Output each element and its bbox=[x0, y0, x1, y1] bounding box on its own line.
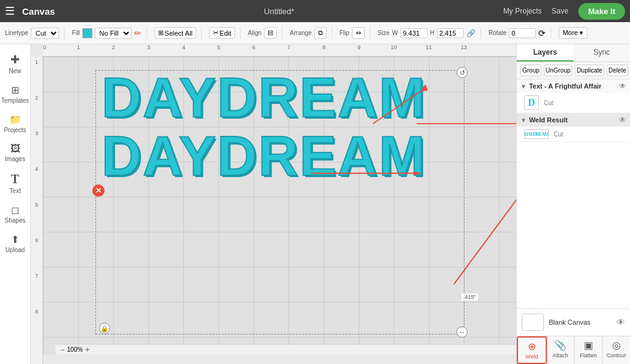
menu-icon[interactable]: ☰ bbox=[5, 4, 15, 18]
layer-cut-1: Cut bbox=[544, 100, 554, 106]
width-label: W bbox=[392, 30, 397, 36]
eye-icon-2[interactable]: 👁 bbox=[619, 116, 626, 124]
group-button[interactable]: Group bbox=[520, 65, 541, 76]
bottom-actions: ⊕ Weld 📎 Attach ▣ Flatten ◎ Contour bbox=[517, 336, 630, 364]
more-button[interactable]: More ▾ bbox=[559, 27, 587, 39]
duplicate-button[interactable]: Duplicate bbox=[575, 65, 604, 76]
save-button[interactable]: Save bbox=[547, 4, 573, 18]
tab-layers[interactable]: Layers bbox=[517, 44, 573, 61]
top-right-actions: My Projects Save Make It bbox=[503, 3, 625, 20]
lock-ratio-icon[interactable]: 🔗 bbox=[466, 29, 476, 38]
main-area: ✚ New ⊞ Templates 📁 Projects 🖼 Images T … bbox=[0, 44, 630, 364]
sidebar-item-projects[interactable]: 📁 Projects bbox=[1, 110, 30, 137]
edit-button[interactable]: ✂ Edit bbox=[209, 27, 235, 39]
resize-handle[interactable]: ↔ bbox=[457, 326, 468, 338]
linetype-label: Linetype bbox=[5, 30, 28, 36]
flatten-icon: ▣ bbox=[584, 339, 593, 351]
panel-actions: Group UnGroup Duplicate Delete bbox=[517, 62, 630, 79]
height-input[interactable] bbox=[437, 28, 464, 38]
blank-canvas-swatch[interactable] bbox=[522, 314, 544, 331]
contour-action[interactable]: ◎ Contour bbox=[603, 336, 631, 364]
rotate-input[interactable] bbox=[509, 28, 536, 38]
sidebar-item-templates[interactable]: ⊞ Templates bbox=[1, 81, 30, 108]
topbar: ☰ Canvas Untitled* My Projects Save Make… bbox=[0, 0, 630, 22]
sidebar-item-templates-label: Templates bbox=[1, 97, 30, 104]
layer-item-2[interactable]: DAYDREAM Cut bbox=[517, 127, 630, 141]
select-all-group: ⊞ Select All bbox=[154, 27, 202, 39]
expand-icon-2[interactable]: ▼ bbox=[520, 117, 527, 124]
layer-cut-2: Cut bbox=[554, 131, 564, 138]
app-title: Canvas bbox=[22, 6, 55, 17]
arrange-button[interactable]: ⧉ bbox=[314, 27, 327, 39]
attach-action[interactable]: 📎 Attach bbox=[547, 336, 575, 364]
weld-label: Weld bbox=[525, 354, 538, 360]
eye-icon-1[interactable]: 👁 bbox=[619, 82, 626, 90]
text-line2: DAYDREAM bbox=[102, 127, 426, 186]
contour-label: Contour bbox=[607, 352, 626, 358]
left-sidebar: ✚ New ⊞ Templates 📁 Projects 🖼 Images T … bbox=[0, 44, 31, 364]
layer-group-2-header[interactable]: ▼ Weld Result 👁 bbox=[517, 113, 630, 127]
size-group: Size W H 🔗 bbox=[378, 28, 481, 38]
make-it-button[interactable]: Make It bbox=[578, 3, 625, 20]
select-all-button[interactable]: ⊞ Select All bbox=[154, 27, 196, 39]
ruler-top: 0 1 2 3 4 5 6 7 8 9 10 11 13 bbox=[43, 44, 516, 57]
layer-group-1-name: Text - A Frightful Affair bbox=[529, 82, 616, 90]
layer-item-1[interactable]: D Cut bbox=[517, 93, 630, 113]
sidebar-item-projects-label: Projects bbox=[4, 127, 26, 133]
sidebar-item-upload-label: Upload bbox=[6, 247, 25, 253]
ungroup-button[interactable]: UnGroup bbox=[544, 65, 573, 76]
align-button[interactable]: ⊟ bbox=[264, 27, 277, 39]
layer-group-1-header[interactable]: ▼ Text - A Frightful Affair 👁 bbox=[517, 79, 630, 93]
rotate-icon[interactable]: ⟳ bbox=[538, 28, 546, 38]
zoom-in-btn[interactable]: + bbox=[86, 346, 90, 354]
sidebar-item-text[interactable]: T Text bbox=[1, 168, 30, 198]
sidebar-item-upload[interactable]: ⬆ Upload bbox=[1, 230, 30, 257]
sidebar-item-shapes-label: Shapes bbox=[5, 217, 26, 224]
linetype-select[interactable]: Cut bbox=[31, 28, 59, 39]
canvas-text[interactable]: DAYDREAM DAYDREAM bbox=[102, 69, 426, 185]
panel-eye-icon[interactable]: 👁 bbox=[616, 317, 625, 327]
sidebar-item-images[interactable]: 🖼 Images bbox=[1, 140, 30, 166]
flip-h-button[interactable]: ⇔ bbox=[352, 27, 365, 39]
zoom-out-btn[interactable]: − bbox=[60, 346, 65, 354]
sidebar-item-new[interactable]: ✚ New bbox=[1, 49, 30, 78]
width-input[interactable] bbox=[401, 28, 428, 38]
edit-icon: ✂ bbox=[213, 29, 218, 37]
flatten-action[interactable]: ▣ Flatten bbox=[575, 336, 603, 364]
select-all-icon: ⊞ bbox=[158, 29, 164, 37]
canvas-grid: DAYDREAM DAYDREAM ✕ 🔒 ↔ ↺ 9.431" .415" bbox=[43, 57, 516, 354]
align-group: Align ⊟ bbox=[248, 27, 282, 39]
fill-select[interactable]: No Fill bbox=[95, 28, 132, 39]
sidebar-item-text-label: Text bbox=[9, 188, 20, 194]
bottom-bar: − 100% + bbox=[55, 344, 516, 354]
flip-label: Flip bbox=[340, 30, 349, 36]
zoom-value: 100% bbox=[67, 346, 83, 353]
rotate-label: Rotate bbox=[488, 30, 506, 36]
attach-icon: 📎 bbox=[554, 339, 567, 351]
more-group: More ▾ bbox=[559, 27, 592, 39]
canvas-area[interactable]: 0 1 2 3 4 5 6 7 8 9 10 11 13 1 2 3 4 5 6 bbox=[31, 44, 516, 364]
svg-line-6 bbox=[454, 179, 516, 284]
tab-sync[interactable]: Sync bbox=[573, 44, 630, 61]
delete-button[interactable]: Delete bbox=[607, 65, 628, 76]
layer-thumb-1: D bbox=[524, 95, 539, 110]
arrange-label: Arrange bbox=[290, 30, 312, 36]
contour-icon: ◎ bbox=[612, 339, 621, 351]
color-swatch[interactable] bbox=[82, 28, 92, 38]
height-label: H bbox=[430, 30, 434, 36]
upload-icon: ⬆ bbox=[11, 234, 19, 245]
text-icon: T bbox=[11, 172, 19, 186]
weld-action[interactable]: ⊕ Weld bbox=[517, 336, 547, 364]
shapes-icon: ◻ bbox=[11, 204, 19, 216]
rotate-handle[interactable]: ↺ bbox=[457, 67, 468, 78]
lock-handle[interactable]: 🔒 bbox=[99, 323, 110, 334]
images-icon: 🖼 bbox=[10, 143, 20, 154]
canvas-scroll[interactable]: DAYDREAM DAYDREAM ✕ 🔒 ↔ ↺ 9.431" .415" bbox=[43, 57, 516, 354]
sidebar-item-new-label: New bbox=[9, 68, 21, 74]
my-projects-link[interactable]: My Projects bbox=[503, 7, 542, 15]
layer-group-2-name: Weld Result bbox=[529, 116, 616, 124]
expand-icon-1[interactable]: ▼ bbox=[520, 83, 527, 90]
pencil-icon[interactable]: ✏ bbox=[134, 28, 142, 38]
sidebar-item-shapes[interactable]: ◻ Shapes bbox=[1, 200, 30, 228]
text-line1: DAYDREAM bbox=[102, 69, 426, 127]
